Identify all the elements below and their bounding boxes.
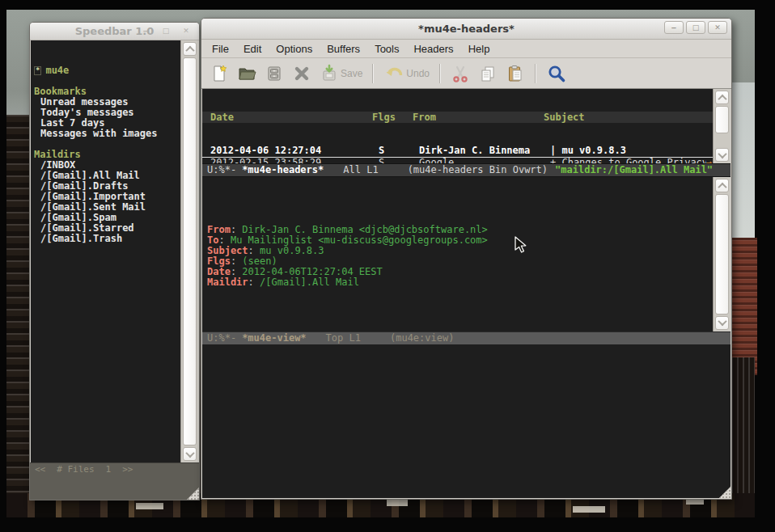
menu-item[interactable]: Buffers	[320, 41, 367, 57]
emacs-window: *mu4e-headers* ‒ □ ✕ FileEditOptionsBuff…	[201, 18, 732, 500]
save-to-cabinet-button[interactable]	[263, 62, 286, 85]
speedbar-item[interactable]: *mu4e	[34, 65, 180, 76]
maximize-icon[interactable]: □	[686, 21, 705, 34]
paste-icon	[506, 64, 525, 83]
cut-button[interactable]	[449, 62, 472, 85]
close-icon[interactable]: ✕	[177, 25, 195, 36]
menubar: FileEditOptionsBuffersToolsHeadersHelp	[201, 40, 731, 58]
paste-button[interactable]	[504, 62, 527, 85]
emacs-titlebar[interactable]: *mu4e-headers* ‒ □ ✕	[201, 19, 731, 40]
search-icon	[546, 63, 567, 84]
modeline-position: Top L1	[326, 332, 361, 344]
column-from[interactable]: From	[413, 112, 544, 123]
speedbar-titlebar[interactable]: Speedbar 1.0 ‒ □ ✕	[30, 23, 199, 40]
modeline-modes: (mu4e-headers Bin Ovwrt)	[408, 164, 548, 175]
undo-button[interactable]: Undo	[382, 62, 431, 85]
message-view-pane: From: Dirk-Jan C. Binnema <djcb@djcbsoft…	[202, 177, 731, 331]
speedbar-prev-icon[interactable]: <<	[35, 464, 45, 475]
modeline-status: U:%*-	[207, 164, 236, 175]
save-label: Save	[341, 68, 362, 79]
view-modeline: U:%*-*mu4e-view*Top L1(mu4e:view)	[202, 331, 731, 344]
save-button[interactable]: Save	[318, 62, 364, 85]
close-buffer-button[interactable]	[290, 62, 313, 85]
headers-pane: Date Flgs From Subject 2012-04-06 12:27:…	[202, 89, 731, 163]
modeline-buffer: *mu4e-view*	[242, 332, 306, 344]
speedbar-item[interactable]: /[Gmail].Trash	[34, 234, 180, 244]
message-view: From: Dirk-Jan C. Binnema <djcb@djcbsoft…	[202, 177, 713, 331]
speedbar-next-icon[interactable]: >>	[122, 464, 133, 475]
resize-grip[interactable]	[187, 488, 199, 500]
headers-list: Date Flgs From Subject 2012-04-06 12:27:…	[202, 89, 713, 163]
scrollbar-thumb[interactable]	[183, 57, 197, 445]
minibuffer[interactable]	[202, 344, 731, 499]
scroll-down-icon[interactable]	[715, 148, 729, 162]
truncation-arrow-icon: →	[706, 158, 713, 164]
message-row[interactable]: 2012-04-06 12:27:04 S Dirk-Jan C. Binnem…	[202, 146, 713, 158]
scroll-up-icon[interactable]	[183, 42, 197, 56]
speedbar-scrollbar[interactable]	[180, 40, 198, 462]
speedbar-display-label: # Files	[57, 464, 94, 475]
close-icon[interactable]: ✕	[708, 21, 727, 34]
view-scrollbar[interactable]	[713, 177, 731, 331]
file-cabinet-icon	[265, 64, 284, 83]
menu-item[interactable]: Edit	[236, 41, 269, 57]
headers-modeline: U:%*-*mu4e-headers*All L1(mu4e-headers B…	[202, 163, 731, 177]
new-file-icon	[210, 64, 229, 83]
copy-button[interactable]	[476, 62, 499, 85]
speedbar-window-controls: ‒ □ ✕	[137, 25, 195, 36]
speedbar-files-count: 1	[106, 464, 112, 475]
cut-icon	[451, 64, 470, 83]
menu-item[interactable]: File	[205, 41, 236, 57]
column-date[interactable]: Date	[202, 112, 366, 123]
search-button[interactable]	[544, 61, 569, 86]
toolbar-separator	[535, 64, 536, 83]
scroll-up-icon[interactable]	[715, 179, 729, 192]
copy-icon	[478, 64, 498, 83]
headers-scrollbar[interactable]	[713, 89, 731, 163]
minimize-icon[interactable]: ‒	[137, 25, 155, 36]
minimize-icon[interactable]: ‒	[664, 21, 684, 34]
menu-item[interactable]: Headers	[406, 41, 460, 57]
undo-icon	[383, 64, 404, 83]
emacs-title: *mu4e-headers*	[418, 23, 515, 35]
new-file-button[interactable]	[208, 62, 231, 85]
speedbar-content: *mu4eBookmarksUnread messagesToday's mes…	[31, 40, 180, 462]
speedbar-modeline: <<# Files1>>	[30, 462, 199, 500]
mouse-cursor	[515, 236, 527, 254]
message-header-field: Subject: mu v0.9.8.3	[207, 246, 713, 256]
modeline-modes: (mu4e:view)	[390, 332, 454, 344]
toolbar-separator	[372, 64, 374, 83]
undo-label: Undo	[406, 68, 430, 79]
modeline-position: All L1	[343, 164, 378, 175]
scroll-up-icon[interactable]	[715, 91, 729, 104]
expand-marker-icon[interactable]: *	[34, 66, 41, 75]
scroll-down-icon[interactable]	[183, 447, 197, 461]
menu-item[interactable]: Help	[461, 41, 498, 57]
save-icon	[320, 64, 339, 83]
toolbar-separator	[439, 64, 441, 83]
modeline-buffer: *mu4e-headers*	[242, 164, 324, 175]
scrollbar-thumb[interactable]	[715, 106, 729, 133]
speedbar-item[interactable]: Messages with images	[34, 129, 180, 139]
maximize-icon[interactable]: □	[157, 25, 175, 36]
column-flags[interactable]: Flgs	[366, 112, 413, 123]
modeline-query: "maildir:/[Gmail].All Mail"	[555, 164, 713, 175]
message-row[interactable]: 2012-02-15 23:58:29 S Google + Changes t…	[202, 158, 713, 164]
column-subject[interactable]: Subject	[544, 112, 713, 123]
headers-column-row: Date Flgs From Subject	[202, 112, 713, 123]
blank-line	[207, 310, 713, 321]
modeline-status: U:%*-	[207, 332, 236, 344]
toolbar: Save Undo	[201, 58, 731, 89]
menu-item[interactable]: Options	[269, 41, 320, 57]
emacs-window-controls: ‒ □ ✕	[664, 21, 727, 34]
desktop: Speedbar 1.0 ‒ □ ✕ *mu4eBookmarksUnread …	[0, 0, 775, 532]
message-header-field: Maildir: /[Gmail].All Mail	[207, 277, 713, 288]
close-buffer-icon	[292, 64, 311, 83]
menu-item[interactable]: Tools	[367, 41, 406, 57]
scroll-down-icon[interactable]	[715, 316, 729, 330]
open-file-button[interactable]	[235, 62, 258, 85]
speedbar-window: Speedbar 1.0 ‒ □ ✕ *mu4eBookmarksUnread …	[29, 22, 200, 500]
open-folder-icon	[237, 64, 256, 83]
scrollbar-thumb[interactable]	[715, 194, 729, 315]
